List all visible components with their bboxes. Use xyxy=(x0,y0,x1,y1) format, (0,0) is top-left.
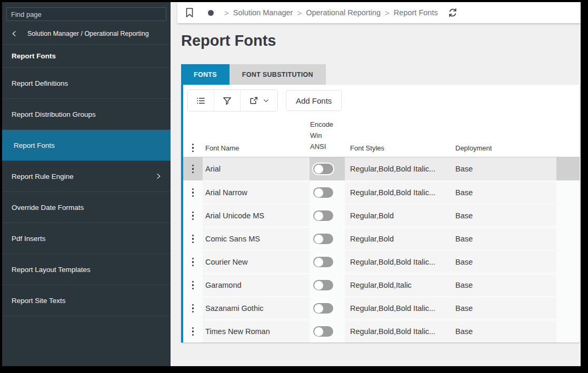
kebab-icon xyxy=(192,165,194,174)
encode-win-ansi-toggle[interactable] xyxy=(313,187,333,198)
breadcrumb-separator: > xyxy=(385,8,390,17)
chevron-left-icon xyxy=(11,30,18,37)
sidebar-item-report-fonts[interactable]: Report Fonts xyxy=(2,130,171,161)
column-header-deployment[interactable]: Deployment xyxy=(450,118,556,157)
encode-win-ansi-toggle[interactable] xyxy=(313,326,333,337)
table-row[interactable]: Arial Unicode MS Regular,Bold Base xyxy=(183,204,580,227)
table-scrollbar[interactable] xyxy=(556,228,580,250)
column-header-encode-win-ansi[interactable]: Encode Win ANSI xyxy=(310,118,345,157)
column-header-font-styles[interactable]: Font Styles xyxy=(345,118,450,157)
chevron-right-icon xyxy=(155,173,162,180)
cell-encode-win-ansi xyxy=(310,274,345,296)
breadcrumb-item[interactable]: Report Fonts xyxy=(394,8,438,17)
sidebar-item-report-rule-engine[interactable]: Report Rule Engine xyxy=(2,161,171,192)
sidebar-item-override-date-formats[interactable]: Override Date Formats xyxy=(2,192,171,223)
list-view-button[interactable] xyxy=(188,90,214,111)
cell-deployment: Base xyxy=(450,251,556,273)
table-scrollbar[interactable] xyxy=(556,251,580,273)
kebab-icon xyxy=(192,258,194,267)
sidebar-item-report-site-texts[interactable]: Report Site Texts xyxy=(2,285,171,316)
table-header-row: Font Name Encode Win ANSI Font Styles De… xyxy=(183,118,580,157)
column-header-font-name[interactable]: Font Name xyxy=(203,118,310,157)
kebab-icon xyxy=(192,327,194,336)
row-kebab-button[interactable] xyxy=(183,205,203,227)
tab-fonts[interactable]: FONTS xyxy=(181,64,230,85)
page-title: Report Fonts xyxy=(181,32,580,49)
chevron-down-icon xyxy=(263,97,270,104)
breadcrumb-separator: > xyxy=(224,8,229,17)
cell-encode-win-ansi xyxy=(310,251,345,273)
table-scrollbar[interactable] xyxy=(556,182,580,204)
table-row[interactable]: Times New Roman Regular,Bold,Bold Italic… xyxy=(183,319,580,342)
row-kebab-button[interactable] xyxy=(183,182,203,204)
cell-deployment: Base xyxy=(450,320,556,342)
bookmark-button[interactable] xyxy=(185,7,194,18)
cell-font-name: Arial Narrow xyxy=(203,182,310,204)
table-row[interactable]: Courier New Regular,Bold,Bold Italic... … xyxy=(183,250,580,273)
sidebar-item-label: Report Distribution Groups xyxy=(12,110,96,118)
encode-win-ansi-toggle[interactable] xyxy=(313,210,333,221)
row-kebab-button[interactable] xyxy=(183,157,203,180)
cell-font-styles: Regular,Bold,Bold Italic... xyxy=(345,320,450,342)
export-button[interactable] xyxy=(241,90,277,111)
breadcrumb-item[interactable]: Operational Reporting xyxy=(306,8,381,17)
scrollbar-thumb[interactable] xyxy=(556,157,580,180)
sidebar-back-button[interactable]: Solution Manager / Operational Reporting xyxy=(2,23,171,45)
encode-win-ansi-toggle[interactable] xyxy=(313,303,333,314)
cell-font-styles: Regular,Bold,Italic xyxy=(345,274,450,296)
encode-win-ansi-toggle[interactable] xyxy=(313,280,333,290)
sidebar-item-report-definitions[interactable]: Report Definitions xyxy=(2,68,171,99)
encode-win-ansi-toggle[interactable] xyxy=(313,164,333,174)
cell-font-name: Times New Roman xyxy=(203,320,310,342)
sidebar-item-label: Report Definitions xyxy=(12,79,68,87)
sidebar-item-report-layout-templates[interactable]: Report Layout Templates xyxy=(2,254,171,285)
row-kebab-button[interactable] xyxy=(183,320,203,342)
cell-font-name: Comic Sans MS xyxy=(203,228,310,250)
find-page-input[interactable] xyxy=(6,7,166,21)
tab-font-substitution[interactable]: FONT SUBSTITUTION xyxy=(230,64,326,85)
table-row[interactable]: Garamond Regular,Bold,Italic Base xyxy=(183,273,580,296)
add-fonts-button[interactable]: Add Fonts xyxy=(286,90,342,111)
table-row[interactable]: Arial Narrow Regular,Bold,Bold Italic...… xyxy=(183,180,580,204)
cell-encode-win-ansi xyxy=(310,228,345,250)
refresh-icon xyxy=(447,7,458,18)
breadcrumb-separator: > xyxy=(297,8,302,17)
table-row[interactable]: Comic Sans MS Regular,Bold Base xyxy=(183,227,580,250)
table-row[interactable]: Arial Regular,Bold,Bold Italic... Base xyxy=(183,157,580,180)
table-scrollbar[interactable] xyxy=(556,320,580,342)
encode-win-ansi-toggle[interactable] xyxy=(313,257,333,267)
kebab-icon xyxy=(192,281,194,290)
row-kebab-button[interactable] xyxy=(183,228,203,250)
sidebar-item-pdf-inserts[interactable]: Pdf Inserts xyxy=(2,223,171,254)
grid-toolbar: Add Fonts xyxy=(183,89,580,112)
table-row[interactable]: Sazanami Gothic Regular,Bold,Bold Italic… xyxy=(183,296,580,319)
row-kebab-button[interactable] xyxy=(183,297,203,319)
kebab-icon xyxy=(192,144,194,153)
row-kebab-button[interactable] xyxy=(183,251,203,273)
breadcrumb: >Solution Manager>Operational Reporting>… xyxy=(220,8,438,17)
header-kebab-button[interactable] xyxy=(183,118,203,157)
kebab-icon xyxy=(192,304,194,313)
column-header-spacer xyxy=(556,118,580,157)
sidebar: Solution Manager / Operational Reporting… xyxy=(2,2,171,366)
refresh-button[interactable] xyxy=(447,7,458,18)
cell-font-styles: Regular,Bold xyxy=(345,205,450,227)
table-scrollbar[interactable] xyxy=(556,157,580,180)
row-kebab-button[interactable] xyxy=(183,274,203,296)
table-scrollbar[interactable] xyxy=(556,297,580,319)
cell-font-name: Arial Unicode MS xyxy=(203,205,310,227)
table-scrollbar[interactable] xyxy=(556,205,580,227)
kebab-icon xyxy=(192,188,194,197)
filter-button[interactable] xyxy=(214,90,241,111)
breadcrumb-item[interactable]: Solution Manager xyxy=(233,8,293,17)
cell-deployment: Base xyxy=(450,228,556,250)
cell-encode-win-ansi xyxy=(310,182,345,204)
table-scrollbar[interactable] xyxy=(556,274,580,296)
kebab-icon xyxy=(192,211,194,220)
sidebar-item-report-distribution-groups[interactable]: Report Distribution Groups xyxy=(2,99,171,130)
encode-win-ansi-toggle[interactable] xyxy=(313,234,333,244)
page-content: Report Fonts FONTS FONT SUBSTITUTION xyxy=(181,23,580,366)
sidebar-back-label: Solution Manager / Operational Reporting xyxy=(27,30,149,37)
sidebar-nav: Report Definitions Report Distribution G… xyxy=(2,68,171,316)
cell-encode-win-ansi xyxy=(310,297,345,319)
